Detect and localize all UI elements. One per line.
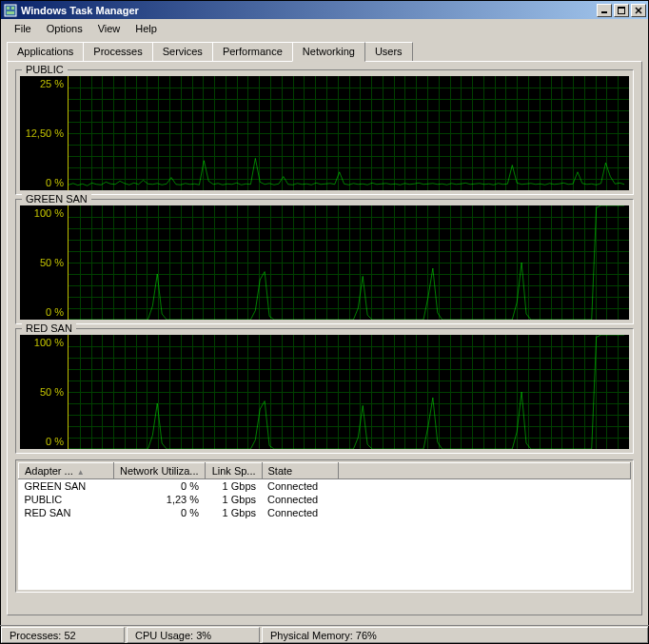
tab-strip: Applications Processes Services Performa… [7, 42, 642, 61]
graph-green-san: GREEN SAN100 %50 %0 % [15, 199, 634, 324]
tab-area: Applications Processes Services Performa… [7, 42, 642, 615]
cell-adapter: PUBLIC [19, 493, 114, 506]
svg-rect-3 [7, 11, 14, 14]
table-row[interactable]: PUBLIC1,23 %1 GbpsConnected [19, 493, 631, 506]
cell-adapter: GREEN SAN [19, 479, 114, 494]
table-row[interactable]: RED SAN0 %1 GbpsConnected [19, 506, 631, 519]
tab-performance[interactable]: Performance [212, 42, 293, 61]
svg-rect-2 [11, 7, 14, 10]
graph-public: PUBLIC25 %12,50 %0 % [15, 69, 634, 195]
adapter-table: Adapter ...▲ Network Utiliza... Link Sp.… [18, 462, 631, 519]
cell-speed: 1 Gbps [205, 479, 262, 494]
y-tick: 0 % [20, 177, 64, 188]
graph-red-san: RED SAN100 %50 %0 % [15, 328, 634, 454]
table-row[interactable]: GREEN SAN0 %1 GbpsConnected [19, 479, 631, 494]
col-spacer[interactable] [338, 463, 630, 479]
tab-applications[interactable]: Applications [7, 42, 84, 61]
titlebar[interactable]: Windows Task Manager [1, 1, 648, 19]
y-tick: 12,50 % [20, 127, 64, 139]
maximize-button[interactable] [614, 4, 629, 17]
cell-speed: 1 Gbps [205, 506, 262, 519]
tab-users[interactable]: Users [364, 42, 413, 61]
graph-label: RED SAN [22, 322, 76, 334]
svg-rect-1 [7, 7, 10, 10]
tab-services[interactable]: Services [152, 42, 213, 61]
status-cpu: CPU Usage: 3% [127, 627, 260, 643]
status-mem: Physical Memory: 76% [262, 627, 648, 643]
statusbar: Processes: 52 CPU Usage: 3% Physical Mem… [0, 625, 649, 644]
graph-label: PUBLIC [22, 64, 68, 75]
cell-speed: 1 Gbps [205, 493, 262, 506]
y-tick: 25 % [20, 78, 64, 89]
cell-state: Connected [262, 506, 338, 519]
window-title: Windows Task Manager [21, 5, 595, 16]
graph-label: GREEN SAN [22, 193, 91, 205]
y-tick: 100 % [20, 207, 64, 219]
sort-asc-icon: ▲ [77, 468, 85, 477]
y-tick: 50 % [20, 257, 64, 268]
col-state[interactable]: State [262, 463, 338, 479]
y-tick: 0 % [20, 306, 64, 318]
col-speed[interactable]: Link Sp... [205, 463, 262, 479]
y-tick: 50 % [20, 386, 64, 398]
tab-networking[interactable]: Networking [292, 42, 365, 62]
status-processes: Processes: 52 [1, 627, 125, 643]
cell-util: 0 % [114, 479, 206, 494]
y-tick: 100 % [20, 337, 64, 348]
close-button[interactable] [631, 4, 646, 17]
col-util[interactable]: Network Utiliza... [114, 463, 206, 479]
menu-file[interactable]: File [7, 21, 39, 36]
menu-view[interactable]: View [90, 21, 128, 36]
y-tick: 0 % [20, 436, 64, 447]
menu-help[interactable]: Help [128, 21, 165, 36]
adapter-table-box: Adapter ...▲ Network Utiliza... Link Sp.… [15, 459, 634, 593]
minimize-button[interactable] [597, 4, 612, 17]
cell-util: 1,23 % [114, 493, 206, 506]
cell-state: Connected [262, 493, 338, 506]
cell-adapter: RED SAN [19, 506, 114, 519]
tab-content: PUBLIC25 %12,50 %0 %GREEN SAN100 %50 %0 … [7, 61, 642, 615]
col-adapter[interactable]: Adapter ...▲ [19, 463, 114, 479]
app-icon [3, 3, 18, 18]
menubar: File Options View Help [1, 19, 648, 38]
cell-util: 0 % [114, 506, 206, 519]
menu-options[interactable]: Options [39, 21, 90, 36]
cell-state: Connected [262, 479, 338, 494]
svg-rect-0 [5, 5, 16, 16]
tab-processes[interactable]: Processes [83, 42, 152, 61]
